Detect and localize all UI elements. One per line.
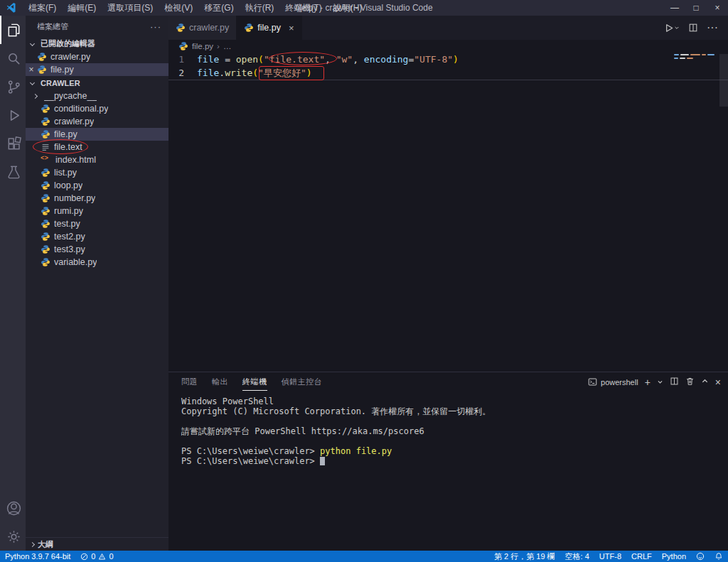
editor-tabs: crawler.pyfile.py× ··· (168, 16, 728, 40)
editor-group: crawler.pyfile.py× ··· file.py › … 1file… (168, 16, 728, 551)
menu-檔案(F)[interactable]: 檔案(F) (23, 0, 62, 16)
explorer-item-index.html[interactable]: <>index.html (26, 153, 168, 166)
menu-執行(R)[interactable]: 執行(R) (240, 0, 280, 16)
sidebar-title: 檔案總管 (37, 21, 68, 32)
indentation[interactable]: 空格: 4 (560, 551, 594, 562)
explorer-item-loop.py[interactable]: loop.py (26, 179, 168, 192)
maximize-icon[interactable]: □ (685, 0, 707, 16)
trash-icon[interactable] (685, 377, 695, 387)
status-bar: Python 3.9.7 64-bit 0 0 第 2 行，第 19 欄 空格:… (0, 551, 728, 562)
run-debug-icon[interactable] (0, 101, 26, 129)
python-icon (178, 41, 188, 51)
close-icon[interactable]: × (26, 65, 37, 75)
terminal-line: PS C:\Users\weiwe\crawler> (181, 456, 728, 466)
line-number: 1 (168, 53, 197, 66)
close-panel-icon[interactable]: × (715, 377, 721, 388)
run-icon[interactable] (663, 23, 680, 33)
extensions-icon[interactable] (0, 129, 26, 158)
explorer-item-file.text[interactable]: file.text (26, 141, 168, 153)
language-mode[interactable]: Python (657, 552, 691, 561)
dropdown-icon[interactable] (657, 378, 663, 387)
cursor-position[interactable]: 第 2 行，第 19 欄 (489, 551, 560, 562)
minimap[interactable] (674, 54, 718, 139)
open-editor-crawler.py[interactable]: crawler.py (26, 50, 168, 63)
split-editor-icon[interactable] (688, 23, 698, 33)
menu-移至(G)[interactable]: 移至(G) (198, 0, 239, 16)
problems-status[interactable]: 0 0 (75, 552, 118, 561)
terminal-line: PS C:\Users\weiwe\crawler> python file.p… (181, 446, 728, 456)
window-title: file.py - crawler - Visual Studio Code (295, 3, 432, 13)
activity-bar (0, 16, 26, 551)
menu-編輯(E)[interactable]: 編輯(E) (62, 0, 102, 16)
close-icon[interactable]: × (289, 23, 294, 33)
explorer-item-file.py[interactable]: file.py (26, 128, 168, 141)
settings-gear-icon[interactable] (0, 522, 26, 551)
new-terminal-icon[interactable]: + (645, 377, 651, 388)
terminal-line (181, 416, 728, 426)
vscode-logo-icon (6, 2, 17, 13)
account-icon[interactable] (0, 494, 26, 522)
project-header[interactable]: CRAWLER (26, 76, 168, 90)
bell-icon[interactable] (710, 552, 728, 561)
scrollbar[interactable] (719, 53, 728, 193)
warning-icon (98, 553, 106, 561)
split-terminal-icon[interactable] (670, 377, 679, 387)
panel: 問題輸出終端機偵錯主控台 powershell + × Windows Powe… (168, 372, 728, 551)
more-actions-icon[interactable]: ··· (150, 21, 161, 32)
open-editors-header[interactable]: 已開啟的編輯器 (26, 37, 168, 50)
chevron-right-icon (33, 93, 38, 98)
explorer-item-test2.py[interactable]: test2.py (26, 230, 168, 243)
explorer-item-list.py[interactable]: list.py (26, 166, 168, 179)
terminal-cursor (320, 457, 325, 465)
chevron-right-icon: › (217, 42, 220, 50)
code-lines: 1file = open("file.text", "w", encoding=… (168, 53, 728, 80)
shell-selector[interactable]: powershell (588, 377, 638, 387)
outline-section[interactable]: 大綱 (26, 537, 168, 551)
tab-file.py[interactable]: file.py× (237, 16, 301, 40)
minimize-icon[interactable]: — (664, 0, 685, 16)
explorer-item-conditional.py[interactable]: conditional.py (26, 102, 168, 115)
panel-tab-輸出[interactable]: 輸出 (212, 373, 228, 391)
panel-tab-問題[interactable]: 問題 (181, 373, 198, 391)
chevron-right-icon (30, 541, 35, 546)
source-control-icon[interactable] (0, 72, 26, 101)
tab-crawler.py[interactable]: crawler.py (168, 16, 237, 40)
code-editor[interactable]: 1file = open("file.text", "w", encoding=… (168, 53, 728, 372)
encoding[interactable]: UTF-8 (594, 552, 626, 561)
more-actions-icon[interactable]: ··· (707, 21, 718, 34)
line-number: 2 (168, 66, 197, 80)
code-line-2: 2file.write("早安您好") (168, 66, 728, 80)
close-icon[interactable]: × (707, 0, 728, 16)
explorer-item-number.py[interactable]: number.py (26, 192, 168, 205)
search-icon[interactable] (0, 44, 26, 72)
explorer-item-__pycache__[interactable]: __pycache__ (26, 90, 168, 102)
menu-選取項目(S)[interactable]: 選取項目(S) (102, 0, 159, 16)
explorer-item-test.py[interactable]: test.py (26, 217, 168, 230)
vscode-window: 檔案(F)編輯(E)選取項目(S)檢視(V)移至(G)執行(R)終端機(T)說明… (0, 0, 728, 562)
explorer-item-crawler.py[interactable]: crawler.py (26, 115, 168, 128)
open-editor-file.py[interactable]: ×file.py (26, 63, 168, 76)
maximize-panel-icon[interactable] (701, 377, 709, 387)
panel-tab-偵錯主控台[interactable]: 偵錯主控台 (282, 373, 323, 391)
terminal-line: Copyright (C) Microsoft Corporation. 著作權… (181, 406, 728, 416)
python-interpreter[interactable]: Python 3.9.7 64-bit (0, 552, 75, 561)
terminal-line: 請嘗試新的跨平台 PowerShell https://aka.ms/pscor… (181, 426, 728, 436)
explorer-item-test3.py[interactable]: test3.py (26, 243, 168, 256)
menu-檢視(V)[interactable]: 檢視(V) (159, 0, 198, 16)
breadcrumb[interactable]: file.py › … (168, 40, 728, 53)
terminal[interactable]: Windows PowerShellCopyright (C) Microsof… (168, 391, 728, 466)
chevron-down-icon (30, 41, 35, 46)
panel-tab-終端機[interactable]: 終端機 (242, 373, 267, 391)
eol-sequence[interactable]: CRLF (626, 552, 657, 561)
terminal-line (181, 436, 728, 446)
feedback-icon[interactable] (691, 552, 710, 561)
explorer-icon[interactable] (0, 16, 26, 44)
breadcrumb-more: … (223, 42, 232, 50)
testing-icon[interactable] (0, 158, 26, 186)
tab-list: crawler.pyfile.py× (168, 16, 302, 40)
window-controls: — □ × (664, 0, 728, 16)
explorer-item-rumi.py[interactable]: rumi.py (26, 205, 168, 217)
chevron-down-icon (30, 80, 35, 85)
explorer-item-variable.py[interactable]: variable.py (26, 256, 168, 269)
open-editors-list: crawler.py×file.py (26, 50, 168, 76)
